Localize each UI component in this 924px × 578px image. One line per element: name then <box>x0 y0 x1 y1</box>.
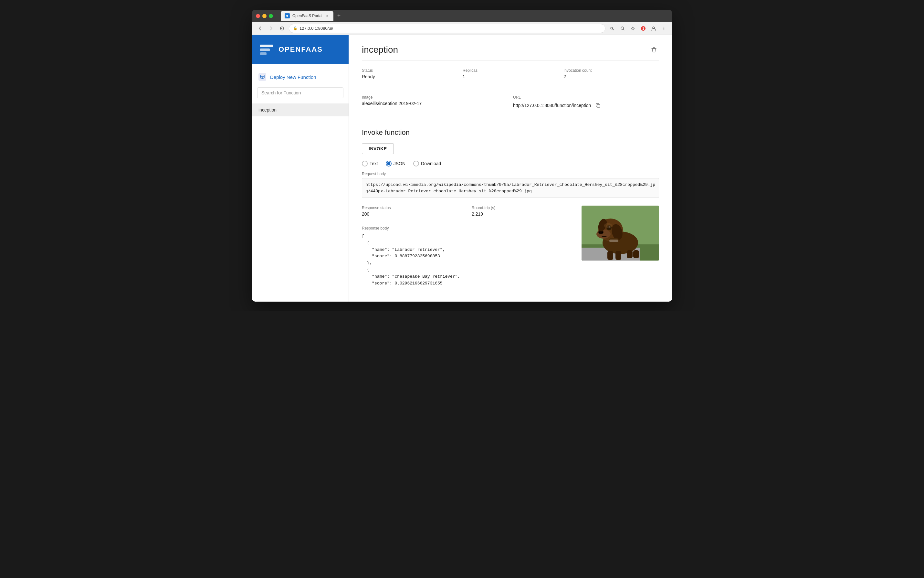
replicas-label: Replicas <box>463 68 558 73</box>
address-bar[interactable]: 🔒 127.0.0.1:8080/ui/ <box>289 24 605 33</box>
status-item: Status Ready <box>362 68 458 79</box>
invoke-section: Invoke function INVOKE Text JSON <box>362 128 659 287</box>
svg-point-23 <box>599 232 600 234</box>
minimize-traffic-light[interactable] <box>262 14 267 18</box>
invocation-label: Invocation count <box>563 68 659 73</box>
svg-rect-12 <box>260 49 270 51</box>
response-image <box>581 206 659 261</box>
copy-url-button[interactable] <box>594 101 602 110</box>
replicas-value: 1 <box>463 74 558 79</box>
url-value: http://127.0.0.1:8080/function/inception <box>513 103 591 108</box>
svg-point-21 <box>596 229 611 239</box>
roundtrip-label: Round-trip (s) <box>472 206 576 210</box>
delete-function-button[interactable] <box>649 45 659 55</box>
openfaas-logo-icon <box>259 41 275 58</box>
radio-download-circle <box>413 161 419 167</box>
svg-rect-31 <box>607 251 613 260</box>
bookmark-icon[interactable] <box>629 24 637 32</box>
request-body-input[interactable]: https://upload.wikimedia.org/wikipedia/c… <box>362 178 659 198</box>
invocation-item: Invocation count 2 <box>563 68 659 79</box>
tab-close-button[interactable]: × <box>325 14 330 18</box>
tab-title: OpenFaaS Portal <box>292 14 322 18</box>
function-meta-grid: Status Ready Replicas 1 Invocation count… <box>362 68 659 87</box>
function-title-row: inception <box>362 45 659 60</box>
reload-button[interactable] <box>278 24 286 32</box>
function-url-grid: Image alexellis/inception:2019-02-17 URL… <box>362 95 659 118</box>
svg-rect-32 <box>615 251 621 260</box>
browser-tab[interactable]: OpenFaaS Portal × <box>281 11 333 21</box>
browser-nav-icons: 1 <box>608 24 668 32</box>
address-lock-icon: 🔒 <box>293 26 298 30</box>
deploy-new-function-button[interactable]: Deploy New Function <box>252 69 349 85</box>
radio-json[interactable]: JSON <box>386 161 405 167</box>
function-name: inception <box>259 107 277 112</box>
function-list: inception <box>252 104 349 116</box>
svg-rect-11 <box>260 45 273 47</box>
maximize-traffic-light[interactable] <box>269 14 273 18</box>
back-button[interactable] <box>256 24 264 32</box>
sidebar-header: OPENFAAS <box>252 35 349 64</box>
svg-point-9 <box>663 29 664 30</box>
user-account-icon[interactable] <box>649 24 658 32</box>
roundtrip-item: Round-trip (s) 2.219 <box>472 206 576 217</box>
image-value: alexellis/inception:2019-02-17 <box>362 101 508 106</box>
response-status-item: Response status 200 <box>362 206 466 217</box>
sidebar-nav: Deploy New Function inception <box>252 64 349 122</box>
svg-point-2 <box>611 27 613 29</box>
svg-rect-34 <box>633 250 639 258</box>
traffic-lights <box>256 14 273 18</box>
status-value: Ready <box>362 74 458 79</box>
svg-point-8 <box>663 28 664 28</box>
forward-button[interactable] <box>267 24 275 32</box>
svg-rect-35 <box>609 240 618 242</box>
svg-rect-15 <box>597 104 600 107</box>
browser-navbar: 🔒 127.0.0.1:8080/ui/ <box>252 22 672 35</box>
url-label: URL <box>513 95 659 99</box>
svg-point-36 <box>604 223 612 228</box>
radio-download[interactable]: Download <box>413 161 441 167</box>
radio-json-circle <box>386 161 392 167</box>
svg-point-24 <box>602 232 603 234</box>
browser-titlebar: OpenFaaS Portal × + <box>252 10 672 22</box>
search-input[interactable] <box>257 87 343 98</box>
response-body-label: Response body <box>362 226 576 231</box>
deploy-label: Deploy New Function <box>270 74 316 80</box>
svg-text:1: 1 <box>642 27 644 30</box>
function-item-inception[interactable]: inception <box>252 104 349 116</box>
svg-rect-33 <box>627 250 633 258</box>
svg-rect-13 <box>260 52 267 55</box>
url-item: URL http://127.0.0.1:8080/function/incep… <box>513 95 659 110</box>
radio-text-circle <box>362 161 368 167</box>
radio-download-label: Download <box>421 161 441 166</box>
search-icon[interactable] <box>618 24 627 32</box>
key-icon[interactable] <box>608 24 617 32</box>
response-status-value: 200 <box>362 211 466 217</box>
response-status-label: Response status <box>362 206 466 210</box>
deploy-icon <box>259 73 266 81</box>
new-tab-button[interactable]: + <box>337 13 341 19</box>
app-layout: OPENFAAS Deploy New Function <box>252 35 672 302</box>
invoke-section-title: Invoke function <box>362 128 659 137</box>
close-traffic-light[interactable] <box>256 14 260 18</box>
response-body-content: [ { "name": "Labrador retriever", "score… <box>362 233 576 287</box>
image-item: Image alexellis/inception:2019-02-17 <box>362 95 508 110</box>
response-meta: Response status 200 Round-trip (s) 2.219… <box>362 206 576 287</box>
response-status-grid: Response status 200 Round-trip (s) 2.219 <box>362 206 576 222</box>
profile-icon[interactable]: 1 <box>639 24 647 32</box>
request-body-label: Request body <box>362 172 659 176</box>
main-content: inception Status Ready Replicas 1 <box>349 35 672 302</box>
url-row: http://127.0.0.1:8080/function/inception <box>513 101 659 110</box>
more-options-icon[interactable] <box>660 24 668 32</box>
tab-favicon <box>285 13 290 18</box>
image-label: Image <box>362 95 508 99</box>
svg-point-3 <box>621 27 623 29</box>
address-url: 127.0.0.1:8080/ui/ <box>299 26 333 31</box>
radio-text[interactable]: Text <box>362 161 378 167</box>
openfaas-title: OPENFAAS <box>278 45 323 54</box>
radio-text-label: Text <box>370 161 378 166</box>
svg-point-1 <box>286 15 288 17</box>
invoke-button[interactable]: INVOKE <box>362 143 394 154</box>
function-title: inception <box>362 45 398 55</box>
radio-json-label: JSON <box>393 161 405 166</box>
invocation-value: 2 <box>563 74 659 79</box>
